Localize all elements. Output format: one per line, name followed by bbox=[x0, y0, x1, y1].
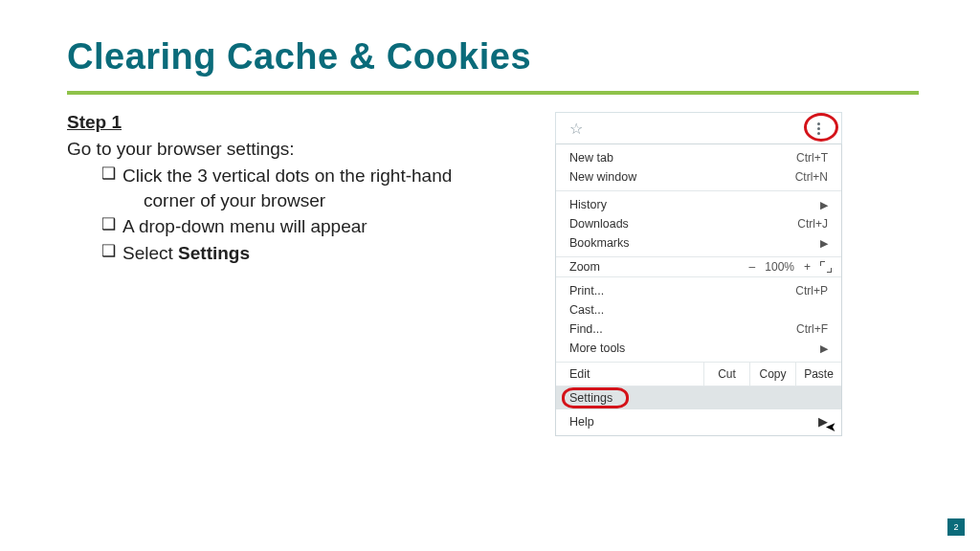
menu-item-settings[interactable]: Settings bbox=[556, 386, 841, 409]
menu-shortcut: Ctrl+T bbox=[796, 151, 828, 165]
menu-label: Find... bbox=[569, 322, 796, 336]
menu-label: Cast... bbox=[569, 303, 828, 317]
menu-item-cast[interactable]: Cast... bbox=[556, 300, 841, 320]
bullet-text-cont: corner of your browser bbox=[122, 188, 526, 213]
step-label: Step 1 bbox=[67, 112, 526, 133]
menu-label: Settings bbox=[569, 391, 612, 405]
content-row: Step 1 Go to your browser settings: Clic… bbox=[67, 112, 913, 436]
bullet-item: Select Settings bbox=[101, 241, 526, 266]
chevron-right-icon: ▶ bbox=[820, 342, 828, 355]
menu-item-print[interactable]: Print... Ctrl+P bbox=[556, 281, 841, 300]
menu-label: More tools bbox=[569, 342, 813, 355]
zoom-in-button[interactable]: + bbox=[804, 260, 811, 274]
kebab-menu-button[interactable] bbox=[805, 118, 832, 139]
menu-label: Help bbox=[569, 415, 594, 429]
bullet-text: Click the 3 vertical dots on the right-h… bbox=[122, 165, 452, 186]
menu-item-more-tools[interactable]: More tools ▶ bbox=[556, 339, 841, 358]
chevron-right-icon: ▶ bbox=[820, 199, 828, 211]
menu-item-downloads[interactable]: Downloads Ctrl+J bbox=[556, 214, 841, 233]
menu-item-find[interactable]: Find... Ctrl+F bbox=[556, 320, 841, 339]
menu-label: New tab bbox=[569, 151, 796, 165]
vertical-dots-icon bbox=[817, 122, 820, 135]
chevron-right-icon: ▶ bbox=[820, 237, 828, 250]
edit-cut-button[interactable]: Cut bbox=[703, 363, 749, 386]
step-intro: Go to your browser settings: bbox=[67, 139, 526, 160]
menu-shortcut: Ctrl+N bbox=[795, 170, 828, 184]
bullet-item: A drop-down menu will appear bbox=[101, 214, 526, 239]
menu-item-zoom: Zoom – 100% + bbox=[556, 257, 841, 276]
screenshot-column: ☆ New tab Ctrl+T New window Ctrl+N bbox=[555, 112, 842, 436]
menu-item-new-tab[interactable]: New tab Ctrl+T bbox=[556, 148, 841, 167]
fullscreen-icon[interactable] bbox=[820, 261, 832, 273]
menu-label: Downloads bbox=[569, 217, 797, 231]
slide: Clearing Cache & Cookies Step 1 Go to yo… bbox=[0, 0, 980, 551]
instructions-column: Step 1 Go to your browser settings: Clic… bbox=[67, 112, 526, 436]
menu-label: Edit bbox=[556, 363, 703, 386]
zoom-value: 100% bbox=[765, 260, 794, 274]
bullet-list: Click the 3 vertical dots on the right-h… bbox=[67, 164, 526, 266]
menu-label: Print... bbox=[569, 284, 795, 298]
title-rule bbox=[67, 91, 919, 95]
menu-shortcut: Ctrl+P bbox=[795, 284, 828, 298]
bullet-bold: Settings bbox=[178, 243, 250, 263]
menu-shortcut: Ctrl+J bbox=[797, 217, 828, 231]
menu-label: Bookmarks bbox=[569, 236, 813, 250]
edit-copy-button[interactable]: Copy bbox=[749, 363, 795, 386]
menu-label: History bbox=[569, 198, 813, 211]
menu-item-history[interactable]: History ▶ bbox=[556, 195, 841, 214]
slide-title: Clearing Cache & Cookies bbox=[67, 36, 913, 77]
bullet-text: A drop-down menu will appear bbox=[122, 216, 368, 236]
cursor-icon: ➤ bbox=[825, 419, 836, 434]
menu-label: New window bbox=[569, 170, 795, 184]
menu-label: Zoom bbox=[569, 260, 749, 274]
zoom-out-button[interactable]: – bbox=[749, 260, 756, 274]
bullet-item: Click the 3 vertical dots on the right-h… bbox=[101, 164, 526, 212]
menu-item-new-window[interactable]: New window Ctrl+N bbox=[556, 167, 841, 187]
star-icon[interactable]: ☆ bbox=[569, 120, 583, 138]
menu-shortcut: Ctrl+F bbox=[796, 322, 828, 336]
page-number: 2 bbox=[947, 518, 965, 536]
edit-paste-button[interactable]: Paste bbox=[795, 363, 841, 386]
menu-item-help[interactable]: Help ▶ ➤ bbox=[556, 409, 841, 435]
bullet-text: Select bbox=[122, 243, 178, 263]
dropdown-menu: New tab Ctrl+T New window Ctrl+N History… bbox=[555, 144, 842, 436]
menu-item-bookmarks[interactable]: Bookmarks ▶ bbox=[556, 233, 841, 253]
browser-toolbar: ☆ bbox=[555, 112, 842, 144]
menu-item-edit: Edit Cut Copy Paste bbox=[556, 362, 841, 386]
